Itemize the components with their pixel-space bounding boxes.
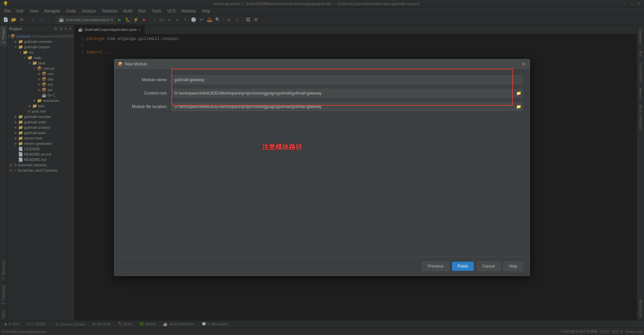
content-root-input-group: 📁 — [171, 89, 523, 98]
module-name-input[interactable] — [171, 75, 523, 84]
module-file-location-row: Module file location: 📁 — [121, 102, 523, 111]
module-file-location-input-group: 📁 — [171, 102, 523, 111]
red-highlight-box — [171, 69, 513, 106]
module-file-location-input[interactable] — [171, 102, 514, 111]
dialog-footer: Previous Finish Cancel Help — [114, 257, 530, 276]
dialog-body: Module name: Content root: 📁 Module file… — [114, 69, 530, 257]
module-file-location-browse-button[interactable]: 📁 — [514, 102, 523, 111]
module-name-row: Module name: — [121, 75, 523, 84]
module-file-location-label: Module file location: — [121, 104, 171, 109]
modal-overlay: 📦 New Module ✕ Module name: Content root… — [0, 0, 644, 335]
dialog-close-button[interactable]: ✕ — [521, 61, 526, 67]
new-module-dialog: 📦 New Module ✕ Module name: Content root… — [114, 59, 530, 276]
dialog-title-bar: 📦 New Module ✕ — [114, 59, 530, 69]
content-root-label: Content root: — [121, 91, 171, 96]
dialog-content-area: 注意模块路径 — [121, 116, 523, 250]
help-button[interactable]: Help — [503, 262, 523, 271]
dialog-title-label: New Module — [125, 62, 147, 66]
content-root-row: Content root: 📁 — [121, 89, 523, 98]
finish-button[interactable]: Finish — [452, 262, 474, 271]
module-name-label: Module name: — [121, 77, 171, 82]
annotation-text: 注意模块路径 — [262, 143, 302, 152]
content-root-input[interactable] — [171, 89, 514, 98]
dialog-title-text: 📦 New Module — [118, 62, 521, 66]
content-root-browse-button[interactable]: 📁 — [514, 89, 523, 98]
cancel-button[interactable]: Cancel — [477, 262, 500, 271]
previous-button[interactable]: Previous — [422, 262, 449, 271]
dialog-title-icon: 📦 — [118, 62, 123, 66]
